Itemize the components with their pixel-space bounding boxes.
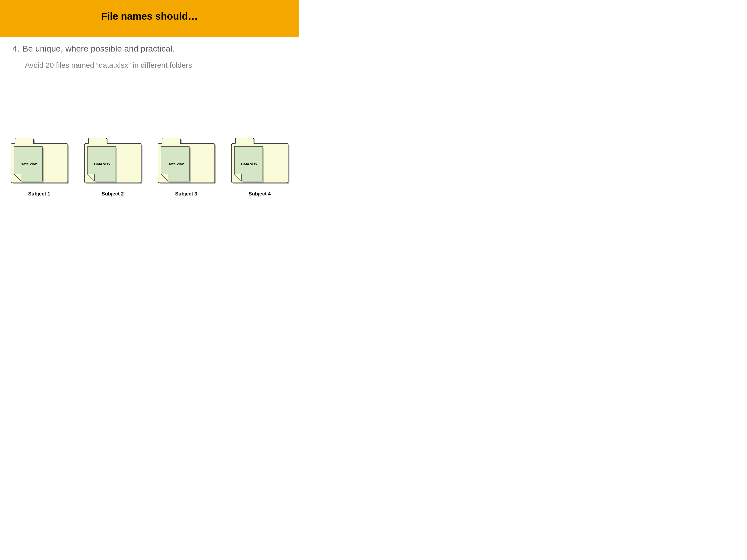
bullet-text: Be unique, where possible and practical. (22, 44, 175, 54)
folder-caption: Subject 3 (175, 191, 197, 197)
folder-caption: Subject 4 (249, 191, 271, 197)
folder-icon: Data.xlsx (9, 138, 69, 184)
file-label: Data.xlsx (87, 162, 117, 166)
folder-caption: Subject 2 (102, 191, 124, 197)
bullet-row: 4. Be unique, where possible and practic… (12, 44, 299, 54)
folder-icon: Data.xlsx (156, 138, 216, 184)
folder-icon: Data.xlsx (230, 138, 290, 184)
slide-title: File names should… (101, 11, 198, 22)
folder-caption: Subject 1 (28, 191, 50, 197)
file-icon: Data.xlsx (234, 146, 264, 183)
file-label: Data.xlsx (14, 162, 44, 166)
file-label: Data.xlsx (234, 162, 264, 166)
file-icon: Data.xlsx (14, 146, 44, 183)
file-icon: Data.xlsx (87, 146, 117, 183)
file-icon: Data.xlsx (161, 146, 191, 183)
folder-row: Data.xlsx Subject 1 Data.xlsx S (0, 138, 299, 197)
folder-unit: Data.xlsx Subject 2 (83, 138, 143, 197)
slide-header: File names should… (0, 0, 299, 37)
bullet-number: 4. (12, 44, 20, 54)
folder-icon: Data.xlsx (83, 138, 143, 184)
sub-text: Avoid 20 files named “data.xlsx” in diff… (25, 61, 299, 70)
folder-unit: Data.xlsx Subject 4 (230, 138, 290, 197)
file-label: Data.xlsx (161, 162, 191, 166)
folder-unit: Data.xlsx Subject 3 (156, 138, 216, 197)
folder-unit: Data.xlsx Subject 1 (9, 138, 69, 197)
